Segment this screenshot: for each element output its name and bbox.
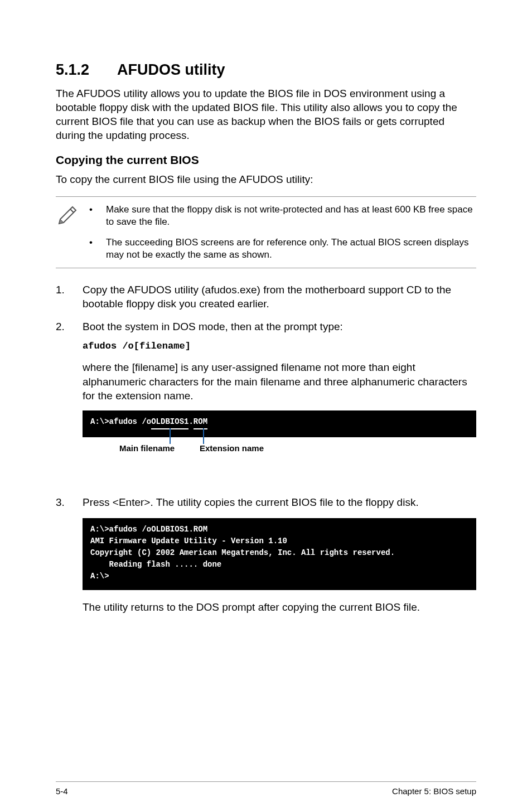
step-text: Boot the system in DOS mode, then at the…	[83, 320, 476, 334]
chapter-label: Chapter 5: BIOS setup	[392, 786, 476, 796]
step-text: Press <Enter>. The utility copies the cu…	[83, 495, 476, 509]
pencil-note-icon	[56, 204, 89, 260]
lead-paragraph: To copy the current BIOS file using the …	[56, 172, 476, 186]
page-number: 5-4	[56, 786, 68, 796]
section-heading: 5.1.2AFUDOS utility	[56, 61, 476, 79]
step-text: Copy the AFUDOS utility (afudos.exe) fro…	[83, 283, 476, 311]
terminal-output-2: A:\>afudos /oOLDBIOS1.ROM AMI Firmware U…	[83, 518, 476, 590]
terminal-output-1: A:\>afudos /oOLDBIOS1.ROM	[83, 410, 476, 437]
annot-ext-name: Extension name	[200, 443, 264, 454]
note-item: • Make sure that the floppy disk is not …	[89, 204, 476, 228]
step-number: 3.	[56, 495, 83, 509]
step-3-followup: The utility returns to the DOS prompt af…	[83, 600, 476, 614]
annot-main-filename: Main filename	[119, 443, 175, 454]
term-dot: .	[188, 417, 193, 426]
term-ext-name: ROM	[194, 416, 207, 429]
step-explanation: where the [filename] is any user-assigne…	[83, 360, 476, 402]
note-item: • The succeeding BIOS screens are for re…	[89, 236, 476, 261]
terminal-annotation: Main filename Extension name	[83, 442, 476, 475]
step-number: 2.	[56, 320, 83, 486]
step-3: 3. Press <Enter>. The utility copies the…	[56, 495, 476, 509]
term-main-filename: OLDBIOS1	[151, 416, 188, 429]
subheading: Copying the current BIOS	[56, 153, 476, 167]
note-text: The succeeding BIOS screens are for refe…	[106, 236, 476, 261]
step-number: 1.	[56, 283, 83, 311]
step-2: 2. Boot the system in DOS mode, then at …	[56, 320, 476, 486]
page-footer: 5-4 Chapter 5: BIOS setup	[56, 781, 476, 796]
step-1: 1. Copy the AFUDOS utility (afudos.exe) …	[56, 283, 476, 311]
note-text: Make sure that the floppy disk is not wr…	[106, 204, 476, 228]
term-prefix: A:\>afudos /o	[90, 417, 151, 426]
section-number: 5.1.2	[56, 61, 117, 79]
note-block: • Make sure that the floppy disk is not …	[56, 196, 476, 268]
command-line: afudos /o[filename]	[83, 340, 476, 352]
section-title-text: AFUDOS utility	[117, 61, 225, 78]
intro-paragraph: The AFUDOS utility allows you to update …	[56, 86, 476, 142]
